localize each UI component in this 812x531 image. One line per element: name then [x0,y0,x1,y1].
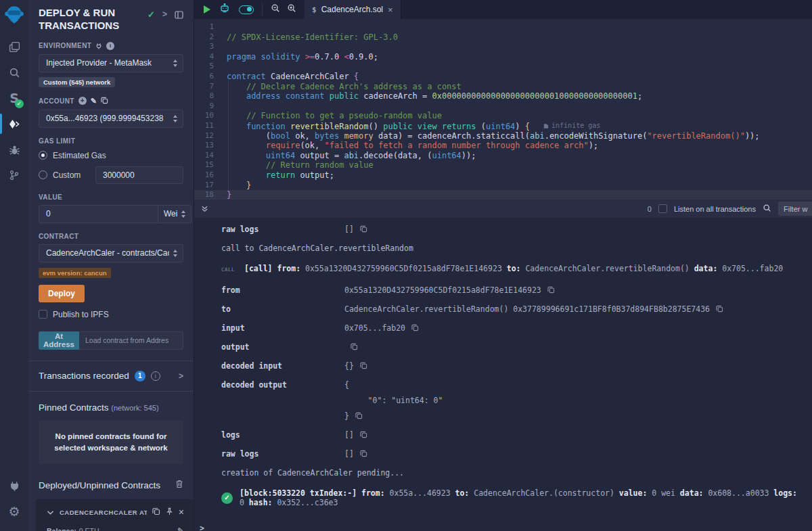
terminal[interactable]: raw logs[]call to CadenceArchCaler.rever… [194,218,812,531]
copy-icon[interactable] [355,412,363,419]
gas-limit-label: GAS LIMIT [39,137,183,145]
code-line: 2// SPDX-License-Identifier: GPL-3.0 [194,32,812,43]
terminal-kv-row: decoded output{ "0": "uint64: 0"} [221,380,805,421]
terminal-prompt[interactable]: > [200,524,805,531]
pin-icon[interactable] [166,506,173,518]
contract-label: CONTRACT [39,233,183,240]
value-input[interactable] [39,205,158,223]
terminal-key: raw logs [221,449,344,459]
divider [28,391,194,392]
run-script-icon[interactable] [204,5,210,14]
value-unit-select[interactable]: Wei [158,205,191,223]
line-number: 3 [194,42,227,52]
search-icon[interactable] [763,203,771,215]
code-text: require(ok, "failed to fetch a random nu… [227,141,598,151]
terminal-filter-input[interactable] [778,202,812,216]
listen-all-checkbox[interactable] [658,204,667,213]
terminal-kv-row: toCadenceArchCaler.revertibleRandom() 0x… [221,304,805,314]
terminal-key: logs [221,430,344,440]
deploy-run-icon[interactable] [0,112,28,135]
pinned-empty-message: No pinned contracts found for selected w… [39,421,183,465]
ai-assistant-icon[interactable] [219,3,230,16]
edit-icon[interactable]: ✎ [91,97,97,106]
copy-icon[interactable] [547,286,555,294]
trash-icon[interactable] [175,479,183,491]
network-badge: Custom (545) network [39,77,115,87]
columns-icon[interactable] [175,9,183,22]
balance-row: Balance: 0 ETH ✎ [47,526,184,531]
tab-cadencearch-sol[interactable]: $ CadenceArch.sol × [304,0,401,19]
copy-icon[interactable] [360,450,367,457]
code-line: 16 return output; [194,170,812,181]
custom-gas-input[interactable] [95,166,183,184]
active-tab-indicator [0,114,2,134]
code-line: 1 [194,22,812,32]
copy-icon[interactable] [360,431,367,438]
account-select[interactable]: 0x55a...46923 (999.9999453238 [39,110,183,128]
at-address-input[interactable] [79,331,183,350]
environment-select[interactable]: Injected Provider - MetaMask [39,54,183,72]
code-text: // Declare Cadence Arch's address as a c… [227,82,461,92]
account-label: ACCOUNT + ✎ [39,97,183,106]
edit-icon[interactable]: ✎ [177,526,184,531]
terminal-value: {} [344,361,354,371]
icon-rail: S✓ [0,0,28,531]
terminal-key: from [221,285,344,295]
estimated-gas-radio[interactable] [39,151,47,160]
deploy-button[interactable]: Deploy [39,285,85,302]
copy-icon[interactable] [360,225,367,233]
zoom-in-icon[interactable] [287,3,296,16]
plug-icon[interactable] [95,43,102,49]
chevron-right-icon[interactable]: > [179,371,183,381]
contract-instance-name: CADENCEARCHCALER AT 0X [60,509,147,516]
add-account-icon[interactable]: + [78,97,87,105]
transactions-recorded-row[interactable]: Transactions recorded 1 i > [39,361,183,391]
zoom-out-icon[interactable] [271,3,280,16]
code-text: } [227,190,231,199]
plugin-manager-icon[interactable] [0,474,28,497]
stepper-icon [173,250,177,257]
terminal-key: raw logs [221,225,344,234]
code-line: 8 address constant public cadenceArch = … [194,91,812,101]
contract-select[interactable]: CadenceArchCaler - contracts/Cac [39,244,183,262]
code-line: 12 (bool ok, bytes memory data) = cadenc… [194,131,812,141]
terminal-toolbar: 0 Listen on all transactions [194,199,812,218]
copy-icon[interactable] [411,324,419,331]
at-address-button[interactable]: At Address [39,331,79,350]
collapse-terminal-icon[interactable] [201,203,208,215]
copy-icon[interactable] [351,343,358,350]
copy-icon[interactable] [152,506,160,518]
file-explorer-icon[interactable] [0,35,28,58]
remix-logo-icon[interactable] [4,4,24,24]
code-text: // SPDX-License-Identifier: GPL-3.0 [227,32,398,43]
pending-tx-count: 0 [648,205,652,213]
publish-ipfs-checkbox[interactable] [39,310,47,319]
terminal-kv-row: logs[] [221,430,805,440]
terminal-key: input [221,323,344,333]
publish-ipfs-label: Publish to IPFS [53,310,109,319]
custom-gas-radio[interactable] [39,170,47,179]
debugger-icon[interactable] [0,138,28,161]
copy-icon[interactable] [101,97,108,106]
git-icon[interactable] [0,164,28,187]
terminal-message: creation of CadenceArchCaler pending... [221,468,805,478]
ai-toggle[interactable] [239,5,254,14]
chevron-down-icon[interactable] [47,506,54,518]
terminal-call-summary: call[call] from: 0x55a1320D432759960C5Df… [221,264,805,275]
info-icon[interactable]: i [151,371,160,381]
info-icon[interactable]: i [106,42,114,50]
code-editor[interactable]: 12// SPDX-License-Identifier: GPL-3.034p… [194,19,812,199]
deployed-contracts-title: Deployed/Unpinned Contracts [39,480,160,490]
settings-icon[interactable]: ⚙ [0,500,28,523]
listen-all-label: Listen on all transactions [674,205,756,213]
close-icon[interactable]: × [388,5,393,14]
solidity-compiler-icon[interactable]: S✓ [0,87,28,110]
copy-icon[interactable] [716,305,723,313]
search-icon[interactable] [0,61,28,84]
copy-icon[interactable] [360,362,367,369]
terminal-key: decoded input [221,361,344,371]
line-number: 16 [194,170,227,181]
chevron-right-icon[interactable]: > [162,9,167,19]
close-icon[interactable]: × [179,507,184,517]
transactions-recorded-title: Transactions recorded [39,371,129,381]
